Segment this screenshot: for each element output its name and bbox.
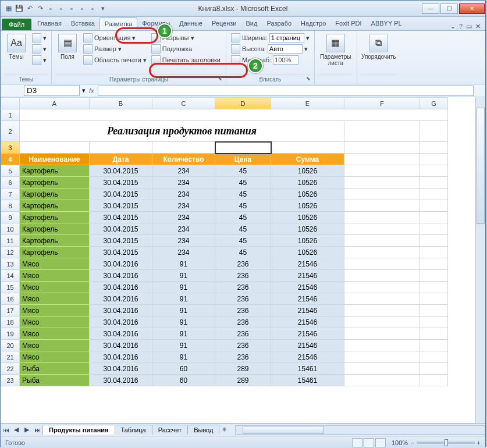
ribbon-tab-0[interactable]: Главная [33, 17, 66, 30]
ribbon-tab-9[interactable]: Foxit PDI [330, 17, 366, 30]
cell[interactable] [420, 247, 448, 258]
cell[interactable] [344, 270, 420, 282]
cell[interactable]: 15461 [271, 363, 344, 375]
row-header[interactable]: 22 [1, 363, 20, 375]
close-workbook-icon[interactable]: ✕ [475, 23, 481, 30]
cell[interactable]: 45 [215, 223, 271, 235]
row-header[interactable]: 4 [1, 154, 20, 165]
row-header[interactable]: 20 [1, 340, 20, 351]
select-all-cell[interactable] [1, 98, 20, 109]
ribbon-tab-10[interactable]: ABBYY PL [367, 17, 407, 30]
cell[interactable] [344, 200, 420, 212]
cell[interactable]: 30.04.2015 [90, 200, 152, 212]
row-header[interactable]: 23 [1, 375, 20, 386]
redo-icon[interactable]: ↷ [35, 4, 45, 13]
row-header[interactable]: 2 [1, 121, 20, 142]
cell[interactable]: Рыба [20, 363, 90, 375]
cell[interactable]: 21546 [271, 340, 344, 351]
cell[interactable] [152, 142, 215, 154]
row-header[interactable]: 1 [1, 109, 20, 121]
cell[interactable] [344, 142, 420, 154]
name-box[interactable] [24, 85, 80, 96]
cell[interactable] [344, 363, 420, 375]
background-button[interactable]: Подложка [150, 44, 222, 54]
minimize-button[interactable]: — [422, 3, 439, 14]
cell[interactable]: 45 [215, 247, 271, 258]
cell[interactable] [271, 142, 344, 154]
cell[interactable] [420, 375, 448, 386]
cell[interactable]: 10526 [271, 223, 344, 235]
horizontal-scrollbar[interactable] [235, 425, 485, 435]
minimize-ribbon-icon[interactable]: ⌄ [450, 23, 456, 30]
cell[interactable]: 30.04.2016 [90, 351, 152, 363]
cell[interactable]: Мясо [20, 305, 90, 317]
cell[interactable]: Картофель [20, 212, 90, 223]
cell[interactable] [344, 351, 420, 363]
cell[interactable]: 21546 [271, 328, 344, 340]
print-area-button[interactable]: Область печати ▾ [82, 55, 148, 65]
print-titles-button[interactable]: Печатать заголовки [150, 55, 222, 65]
cell[interactable]: 234 [152, 247, 215, 258]
qat-btn[interactable]: ▫ [77, 4, 87, 13]
cell[interactable]: 21546 [271, 270, 344, 282]
cell[interactable]: 30.04.2016 [90, 270, 152, 282]
cell[interactable] [420, 177, 448, 189]
cell[interactable] [420, 282, 448, 293]
ribbon-tab-2[interactable]: Разметка [99, 17, 138, 30]
normal-view-icon[interactable] [352, 438, 362, 447]
sheet-tab[interactable]: Рассчет [152, 425, 189, 435]
cell[interactable]: 236 [215, 317, 271, 328]
cell[interactable] [420, 317, 448, 328]
cell[interactable]: 91 [152, 305, 215, 317]
ribbon-tab-1[interactable]: Вставка [66, 17, 99, 30]
arrange-button[interactable]: ⧉ Упорядочить [361, 33, 397, 60]
cell[interactable] [20, 142, 90, 154]
qat-btn[interactable]: ▫ [56, 4, 66, 13]
cell[interactable]: Картофель [20, 247, 90, 258]
cell[interactable]: 236 [215, 328, 271, 340]
cell[interactable] [344, 305, 420, 317]
cell[interactable]: 30.04.2016 [90, 317, 152, 328]
col-header[interactable]: D [215, 98, 271, 109]
row-header[interactable]: 16 [1, 293, 20, 305]
zoom-level[interactable]: 100% [392, 439, 408, 446]
last-sheet-icon[interactable]: ⏭ [32, 426, 42, 433]
cell[interactable]: 234 [152, 200, 215, 212]
close-button[interactable]: ✕ [459, 3, 485, 14]
cell[interactable] [344, 375, 420, 386]
page-setup-launcher-icon[interactable]: ⬊ [218, 76, 225, 83]
cell[interactable]: 30.04.2015 [90, 223, 152, 235]
cell[interactable]: 30.04.2015 [90, 165, 152, 177]
table-header[interactable]: Дата [90, 154, 152, 165]
cell[interactable]: 21546 [271, 351, 344, 363]
ribbon-tab-6[interactable]: Вид [241, 17, 262, 30]
orientation-button[interactable]: Ориентация ▾ [82, 33, 148, 43]
cell[interactable]: 236 [215, 270, 271, 282]
first-sheet-icon[interactable]: ⏮ [1, 426, 11, 433]
cell[interactable]: Мясо [20, 270, 90, 282]
col-header[interactable]: F [344, 98, 420, 109]
cell[interactable]: 10526 [271, 165, 344, 177]
cell[interactable]: 10526 [271, 189, 344, 200]
prev-sheet-icon[interactable]: ◀ [11, 426, 22, 433]
row-header[interactable]: 11 [1, 235, 20, 247]
cell[interactable]: Мясо [20, 293, 90, 305]
cell[interactable]: 60 [152, 375, 215, 386]
row-header[interactable]: 8 [1, 200, 20, 212]
cell[interactable] [344, 317, 420, 328]
cell[interactable]: 234 [152, 212, 215, 223]
cell[interactable] [344, 177, 420, 189]
page-layout-view-icon[interactable] [364, 438, 374, 447]
cell[interactable]: 91 [152, 351, 215, 363]
cell[interactable] [344, 235, 420, 247]
cell[interactable] [344, 189, 420, 200]
cell[interactable]: 30.04.2015 [90, 212, 152, 223]
cell[interactable] [344, 258, 420, 270]
ribbon-tab-8[interactable]: Надстро [296, 17, 330, 30]
cell[interactable]: 30.04.2016 [90, 375, 152, 386]
cell[interactable]: 45 [215, 165, 271, 177]
cell[interactable] [420, 270, 448, 282]
sheet-tab[interactable]: Продукты питания [42, 425, 115, 435]
cell[interactable]: 30.04.2016 [90, 282, 152, 293]
cell[interactable]: 45 [215, 189, 271, 200]
